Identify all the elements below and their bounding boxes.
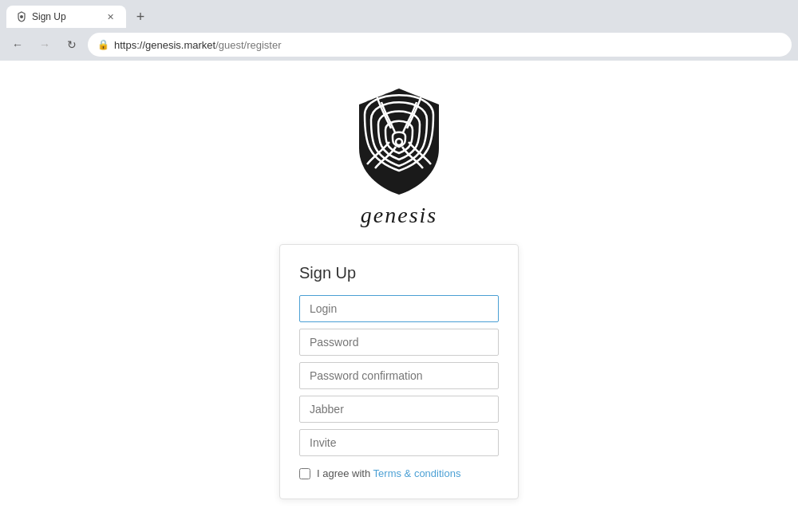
signup-card: Sign Up I agree with Terms & conditions — [279, 244, 519, 499]
browser-toolbar: ← → ↻ 🔒 https://genesis.market/guest/reg… — [0, 29, 798, 61]
address-domain: https://genesis.market — [114, 39, 215, 51]
logo-area: genesis — [351, 85, 447, 228]
tab-title: Sign Up — [32, 11, 99, 22]
password-input[interactable] — [299, 329, 499, 356]
browser-titlebar: Sign Up ✕ + — [0, 0, 798, 29]
browser-chrome: Sign Up ✕ + ← → ↻ 🔒 https://genesis.mark… — [0, 0, 798, 61]
ssl-lock-icon: 🔒 — [97, 39, 109, 50]
jabber-input[interactable] — [299, 396, 499, 423]
new-tab-button[interactable]: + — [129, 6, 152, 28]
tab-favicon-icon — [16, 11, 27, 22]
invite-input[interactable] — [299, 429, 499, 456]
browser-tab[interactable]: Sign Up ✕ — [6, 6, 126, 28]
agree-row: I agree with Terms & conditions — [299, 467, 499, 479]
agree-label: I agree with Terms & conditions — [317, 467, 460, 479]
address-url: https://genesis.market/guest/register — [114, 39, 282, 51]
reload-button[interactable]: ↻ — [61, 33, 83, 56]
tab-close-button[interactable]: ✕ — [104, 10, 117, 23]
password-confirmation-input[interactable] — [299, 362, 499, 389]
login-input[interactable] — [299, 295, 499, 322]
page-content: genesis Sign Up I agree with Terms & con… — [0, 61, 798, 532]
address-path: /guest/register — [215, 39, 281, 51]
address-bar[interactable]: 🔒 https://genesis.market/guest/register — [88, 33, 792, 57]
forward-button[interactable]: → — [34, 33, 56, 56]
back-button[interactable]: ← — [6, 33, 29, 56]
logo-text: genesis — [361, 203, 437, 228]
terms-link[interactable]: Terms & conditions — [373, 467, 461, 479]
signup-title: Sign Up — [299, 264, 499, 282]
logo-icon — [351, 85, 447, 196]
agree-checkbox[interactable] — [299, 468, 310, 479]
svg-point-0 — [20, 15, 23, 18]
